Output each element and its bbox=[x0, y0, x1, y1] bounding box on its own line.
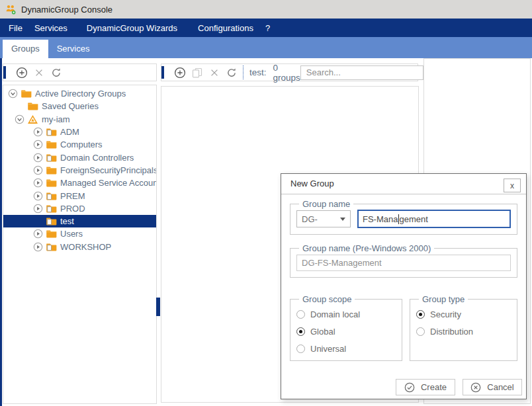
group-name-legend: Group name bbox=[299, 199, 353, 209]
radio-unselected-icon[interactable] bbox=[416, 327, 425, 336]
menu-item-file[interactable]: File bbox=[9, 23, 22, 33]
copy-icon[interactable] bbox=[189, 65, 206, 80]
radio-universal[interactable]: Universal bbox=[296, 344, 396, 354]
menu-item-configurations[interactable]: Configurations bbox=[198, 23, 253, 33]
radio-domain-local[interactable]: Domain local bbox=[296, 309, 396, 319]
tree-item-managed-service-accounts[interactable]: Managed Service Accounts bbox=[3, 177, 156, 189]
prefix-dropdown[interactable]: DG- bbox=[296, 210, 351, 227]
group-type-fieldset: Group type SecurityDistribution bbox=[410, 294, 517, 361]
radio-selected-icon[interactable] bbox=[416, 310, 425, 319]
expander-spacer bbox=[32, 216, 44, 226]
tree-item-computers[interactable]: Computers bbox=[3, 138, 156, 151]
tree-toolbar-buttons bbox=[13, 65, 65, 80]
expand-icon[interactable] bbox=[32, 178, 44, 188]
tree-item-prod[interactable]: PROD bbox=[3, 202, 156, 215]
splitter-handle[interactable] bbox=[156, 298, 160, 316]
content-area: Active Directory GroupsSaved Queriesmy-i… bbox=[0, 58, 532, 406]
tree-item-label: Managed Service Accounts bbox=[60, 178, 157, 188]
expand-icon[interactable] bbox=[32, 229, 44, 239]
menubar: FileServicesDynamicGroup WizardsConfigur… bbox=[0, 19, 532, 37]
group-scope-legend: Group scope bbox=[299, 294, 355, 304]
group-type-legend: Group type bbox=[419, 294, 468, 304]
tree-item-label: Saved Queries bbox=[42, 101, 99, 111]
tree-item-my-iam[interactable]: my-iam bbox=[3, 113, 156, 126]
window-title: DynamicGroup Console bbox=[21, 5, 112, 15]
tree-item-domain-controllers[interactable]: Domain Controllers bbox=[3, 151, 156, 163]
radio-global[interactable]: Global bbox=[296, 327, 396, 337]
directory-tree: Active Directory GroupsSaved Queriesmy-i… bbox=[3, 85, 157, 404]
folder-ou-icon bbox=[46, 204, 57, 214]
tree-item-label: Domain Controllers bbox=[60, 153, 134, 163]
dialog-close-button[interactable]: x bbox=[504, 179, 521, 192]
delete-icon[interactable] bbox=[30, 65, 48, 80]
tree-item-test[interactable]: test bbox=[3, 215, 156, 227]
expand-icon[interactable] bbox=[32, 153, 44, 163]
folder-ou-icon bbox=[46, 127, 57, 137]
expand-icon[interactable] bbox=[32, 140, 44, 149]
tree-item-saved-queries[interactable]: Saved Queries bbox=[3, 100, 156, 112]
expand-icon[interactable] bbox=[32, 191, 44, 201]
tree-item-workshop[interactable]: WORKSHOP bbox=[3, 241, 156, 253]
pre-windows-input[interactable]: DG-FS-Management bbox=[296, 255, 511, 271]
pre-windows-legend: Group name (Pre-Windows 2000) bbox=[299, 243, 434, 253]
toolbar-separator bbox=[243, 65, 244, 79]
collapse-icon[interactable] bbox=[14, 114, 25, 124]
tree-item-label: PREM bbox=[60, 191, 85, 201]
refresh-icon[interactable] bbox=[48, 65, 65, 80]
x-circle-icon bbox=[470, 382, 481, 393]
tab-services[interactable]: Services bbox=[48, 40, 99, 58]
tree-item-label: test bbox=[60, 216, 74, 226]
tree-item-label: my-iam bbox=[42, 114, 70, 124]
folder-icon bbox=[46, 165, 57, 175]
expand-icon[interactable] bbox=[32, 127, 44, 137]
toolbar-accent-bar bbox=[3, 66, 6, 79]
refresh-icon[interactable] bbox=[223, 65, 240, 80]
tree-item-active-directory-groups[interactable]: Active Directory Groups bbox=[3, 87, 156, 100]
app-logo-icon bbox=[5, 4, 17, 15]
domain-warning-icon bbox=[27, 114, 38, 124]
menu-item-[interactable]: ? bbox=[265, 23, 270, 33]
collapse-icon[interactable] bbox=[7, 89, 19, 99]
menu-item-dynamicgroup-wizards[interactable]: DynamicGroup Wizards bbox=[87, 23, 177, 33]
add-icon[interactable] bbox=[13, 65, 30, 80]
check-circle-icon bbox=[404, 382, 415, 393]
folder-ou-icon bbox=[46, 153, 57, 163]
group-name-value-after-caret: gement bbox=[399, 214, 427, 224]
radio-selected-icon[interactable] bbox=[296, 327, 305, 336]
expand-icon[interactable] bbox=[32, 242, 44, 252]
add-icon[interactable] bbox=[171, 65, 189, 80]
groups-toolbar: test: 0 groups bbox=[161, 63, 418, 81]
tree-item-foreignsecurityprincipals[interactable]: ForeignSecurityPrincipals bbox=[3, 164, 156, 177]
group-scope-options: Domain localGlobalUniversal bbox=[296, 309, 396, 354]
groups-toolbar-buttons bbox=[171, 65, 240, 80]
tree-item-label: ForeignSecurityPrincipals bbox=[60, 165, 157, 175]
folder-icon bbox=[27, 101, 38, 111]
radio-label: Universal bbox=[310, 344, 346, 354]
tree-item-prem[interactable]: PREM bbox=[3, 189, 156, 202]
folder-icon bbox=[46, 229, 57, 239]
group-count-label: 0 groups bbox=[273, 63, 300, 83]
dialog-buttons: Create Cancel bbox=[396, 379, 522, 395]
tab-groups[interactable]: Groups bbox=[3, 40, 48, 58]
menu-item-services[interactable]: Services bbox=[34, 23, 67, 33]
cancel-button[interactable]: Cancel bbox=[463, 379, 522, 395]
folder-icon bbox=[21, 89, 32, 99]
cancel-button-label: Cancel bbox=[487, 382, 513, 392]
create-button[interactable]: Create bbox=[396, 379, 455, 395]
delete-icon[interactable] bbox=[206, 65, 223, 80]
expand-icon[interactable] bbox=[32, 204, 44, 214]
expand-icon[interactable] bbox=[32, 165, 44, 175]
search-input[interactable] bbox=[300, 65, 423, 80]
tree-item-users[interactable]: Users bbox=[3, 227, 156, 240]
toolbar-accent-bar bbox=[161, 66, 164, 79]
expander-spacer bbox=[14, 101, 25, 111]
group-name-input[interactable]: FS-Management bbox=[357, 210, 511, 228]
group-name-fieldset: Group name DG- FS-Management bbox=[290, 199, 517, 235]
radio-label: Security bbox=[430, 309, 461, 319]
radio-security[interactable]: Security bbox=[416, 309, 511, 319]
radio-unselected-icon[interactable] bbox=[296, 310, 305, 319]
radio-distribution[interactable]: Distribution bbox=[416, 327, 511, 337]
tabbar: GroupsServices bbox=[0, 37, 532, 58]
radio-unselected-icon[interactable] bbox=[296, 345, 305, 353]
tree-item-adm[interactable]: ADM bbox=[3, 126, 156, 138]
